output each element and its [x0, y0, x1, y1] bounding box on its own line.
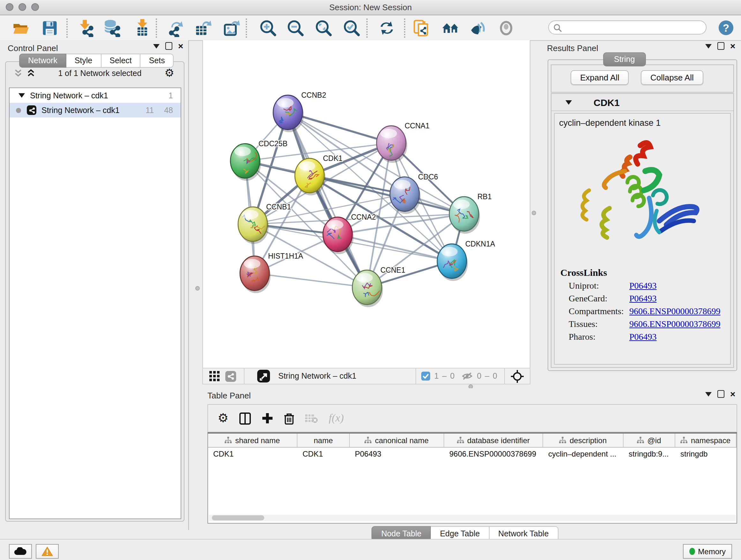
table-cell[interactable]: CDK1 — [208, 448, 297, 460]
column-header-name[interactable]: name — [297, 434, 350, 447]
warning-icon — [42, 547, 53, 556]
column-header-id[interactable]: @id — [623, 434, 675, 447]
collapse-all-button[interactable]: Collapse All — [641, 70, 703, 85]
network-options-gear-icon[interactable]: ⚙ — [165, 68, 175, 78]
network-edge[interactable] — [338, 234, 452, 261]
expand-all-tree-icon[interactable] — [27, 69, 35, 78]
left-splitter-handle[interactable] — [195, 286, 200, 291]
clone-network-icon[interactable] — [413, 19, 431, 37]
tab-sets[interactable]: Sets — [141, 54, 174, 68]
tab-select[interactable]: Select — [101, 54, 141, 68]
control-panel-title: Control Panel — [8, 44, 58, 53]
panel-close-icon[interactable]: × — [730, 43, 735, 49]
network-edge[interactable] — [255, 273, 367, 287]
table-cell[interactable]: 9606.ENSP00000378699 — [444, 448, 543, 460]
table-cell[interactable]: P06493 — [350, 448, 444, 460]
show-columns-icon[interactable] — [239, 412, 251, 424]
import-database-icon[interactable] — [104, 19, 121, 37]
delete-table-icon[interactable] — [305, 414, 318, 423]
horizontal-splitter-handle[interactable] — [468, 384, 473, 388]
table-cell[interactable]: stringdb — [675, 448, 737, 460]
panel-float-icon[interactable] — [718, 390, 724, 398]
network-node-ccna1[interactable]: CCNA1 — [377, 122, 429, 163]
network-node-cdk1[interactable]: CDK1 — [295, 154, 342, 195]
results-tab-string[interactable]: String — [603, 52, 646, 66]
cloud-button[interactable] — [9, 544, 32, 559]
network-node-hist1h1a[interactable]: HIST1H1A — [240, 252, 304, 293]
table-row[interactable]: CDK1CDK1P064939606.ENSP00000378699cyclin… — [208, 448, 737, 460]
network-graph[interactable]: CCNB2CCNA1CDC25BCDK1CDC6RB1CCNB1CCNA2CDK… — [203, 40, 530, 367]
panel-menu-icon[interactable] — [705, 392, 712, 396]
search-input[interactable] — [564, 22, 706, 33]
node-result-header[interactable]: CDK1 — [551, 94, 733, 111]
memory-button[interactable]: Memory — [683, 544, 732, 559]
column-header-namespace[interactable]: namespace — [675, 434, 737, 447]
hidden-eye-icon[interactable] — [461, 372, 473, 381]
save-session-icon[interactable] — [41, 19, 59, 37]
collapse-entry-icon[interactable] — [565, 100, 572, 105]
table-cell[interactable]: stringdb:9... — [623, 448, 675, 460]
network-node-ccne1[interactable]: CCNE1 — [352, 266, 405, 307]
string-view-icon[interactable] — [225, 371, 236, 381]
search-box[interactable] — [548, 20, 706, 35]
export-table-icon[interactable] — [194, 19, 212, 37]
column-header-canonicalname[interactable]: canonical name — [350, 434, 444, 447]
crosslink-link[interactable]: P06493 — [629, 332, 657, 342]
refresh-icon[interactable] — [378, 19, 396, 37]
expand-all-button[interactable]: Expand All — [570, 70, 629, 85]
column-header-databaseidentifier[interactable]: database identifier — [444, 434, 543, 447]
export-image-icon[interactable] — [223, 19, 241, 37]
panel-close-icon[interactable]: × — [178, 43, 183, 49]
fit-content-crosshair-icon[interactable] — [511, 369, 524, 383]
grid-view-icon[interactable] — [209, 371, 220, 381]
crosslink-label: Tissues: — [569, 319, 629, 329]
table-horizontal-scrollbar[interactable] — [209, 515, 736, 521]
panel-menu-icon[interactable] — [705, 44, 712, 48]
panel-close-icon[interactable]: × — [730, 391, 735, 397]
open-session-icon[interactable] — [12, 19, 30, 37]
tab-style[interactable]: Style — [66, 54, 102, 68]
zoom-out-icon[interactable] — [286, 19, 305, 37]
import-network-icon[interactable] — [77, 19, 95, 37]
zoom-selected-icon[interactable] — [343, 19, 360, 37]
help-icon[interactable]: ? — [718, 20, 734, 36]
warning-button[interactable] — [36, 544, 59, 559]
home-views-icon[interactable] — [442, 19, 460, 37]
zoom-fit-icon[interactable] — [315, 19, 333, 37]
delete-column-icon[interactable] — [284, 412, 294, 424]
network-edge[interactable] — [288, 112, 367, 287]
network-canvas[interactable]: CCNB2CCNA1CDC25BCDK1CDC6RB1CCNB1CCNA2CDK… — [202, 40, 530, 368]
table-cell[interactable]: CDK1 — [297, 448, 350, 460]
network-node-cdc6[interactable]: CDC6 — [390, 173, 438, 214]
selected-checkbox-icon[interactable] — [421, 372, 430, 381]
add-column-icon[interactable] — [262, 413, 273, 424]
show-hide-panels-icon[interactable] — [469, 19, 487, 37]
collection-expand-icon[interactable] — [18, 93, 25, 98]
network-collection-row[interactable]: String Network – cdk1 1 — [10, 88, 181, 103]
birds-eye-view-icon[interactable] — [257, 370, 270, 382]
crosslink-link[interactable]: P06493 — [629, 294, 657, 304]
network-row[interactable]: String Network – cdk1 11 48 — [10, 103, 181, 118]
crosslink-link[interactable]: 9606.ENSP00000378699 — [629, 307, 720, 317]
network-node-rb1[interactable]: RB1 — [449, 192, 492, 234]
column-header-sharedname[interactable]: shared name — [208, 434, 297, 447]
eye-icon[interactable] — [497, 19, 515, 37]
export-network-icon[interactable] — [167, 19, 185, 37]
network-node-ccnb2[interactable]: CCNB2 — [273, 91, 326, 132]
panel-float-icon[interactable] — [718, 42, 724, 50]
panel-menu-icon[interactable] — [153, 44, 159, 48]
right-splitter-handle[interactable] — [532, 211, 536, 215]
import-table-icon[interactable] — [133, 19, 151, 37]
function-builder-icon[interactable]: f(x) — [329, 412, 344, 425]
zoom-in-icon[interactable] — [259, 19, 277, 37]
table-options-gear-icon[interactable]: ⚙ — [218, 413, 228, 423]
tab-network[interactable]: Network — [19, 54, 66, 68]
collapse-all-tree-icon[interactable] — [14, 69, 22, 78]
network-node-cdkn1a[interactable]: CDKN1A — [437, 240, 495, 281]
table-cell[interactable]: cyclin–dependent ... — [543, 448, 623, 460]
column-header-description[interactable]: description — [543, 434, 623, 447]
panel-float-icon[interactable] — [165, 42, 172, 50]
crosslink-link[interactable]: 9606.ENSP00000378699 — [629, 319, 720, 329]
crosslink-link[interactable]: P06493 — [629, 281, 657, 291]
scrollbar-thumb[interactable] — [212, 515, 264, 520]
